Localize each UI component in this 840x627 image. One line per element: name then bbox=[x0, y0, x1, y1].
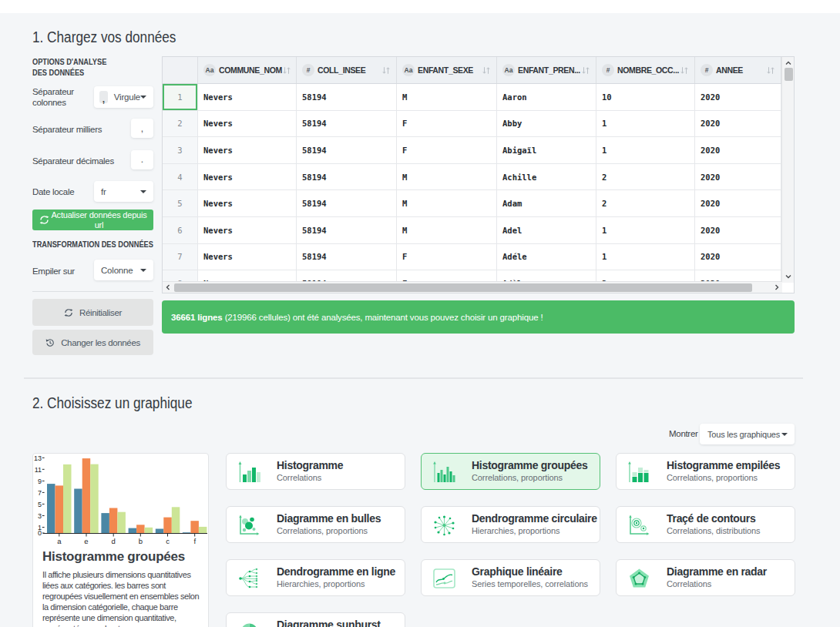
svg-text:9: 9 bbox=[38, 478, 42, 485]
column-header-COMMUNE_NOM[interactable]: Aa COMMUNE_NOM bbox=[198, 57, 297, 83]
table-cell[interactable]: F bbox=[397, 137, 497, 163]
svg-text:a: a bbox=[57, 537, 62, 545]
column-header-NOMBRE_OCC...[interactable]: # NOMBRE_OCC... bbox=[596, 57, 695, 83]
sort-icon[interactable] bbox=[581, 66, 590, 75]
chart-card-sunburst[interactable]: Diagramme sunburst bbox=[226, 612, 405, 627]
column-header-ENFANT_PREN...[interactable]: Aa ENFANT_PREN... bbox=[497, 57, 596, 83]
chevron-down-icon bbox=[140, 96, 146, 99]
table-cell[interactable]: 1 bbox=[596, 244, 695, 270]
table-cell[interactable]: M bbox=[397, 190, 497, 216]
table-cell[interactable]: 2020 bbox=[695, 217, 781, 243]
row-number-cell[interactable]: 3 bbox=[163, 137, 198, 163]
chart-card-bars[interactable]: Histogramme Correlations bbox=[226, 453, 405, 490]
preview-chart: 0135791113aedbcf bbox=[33, 454, 208, 545]
scroll-up-icon[interactable] bbox=[785, 60, 791, 66]
sort-icon[interactable] bbox=[680, 66, 689, 75]
table-cell[interactable]: Nevers bbox=[198, 164, 297, 190]
table-cell[interactable]: Achille bbox=[497, 164, 596, 190]
chart-card-radar[interactable]: Diagramme en radar Correlations bbox=[616, 559, 795, 596]
refresh-from-url-button[interactable]: Actualiser données depuis url bbox=[32, 210, 153, 230]
table-cell[interactable]: M bbox=[397, 164, 497, 190]
table-cell[interactable]: Nevers bbox=[198, 84, 297, 110]
scroll-right-icon[interactable] bbox=[774, 284, 780, 290]
table-cell[interactable]: Adam bbox=[497, 190, 596, 216]
table-cell[interactable]: Nevers bbox=[198, 111, 297, 137]
chart-card-subtitle: Correlations bbox=[277, 473, 321, 482]
chart-card-radial-tree[interactable]: Dendrogramme circulaire Hierarchies, pro… bbox=[421, 506, 600, 543]
table-cell[interactable]: Nevers bbox=[198, 137, 297, 163]
stack-select[interactable]: Colonne bbox=[94, 260, 153, 280]
sort-icon[interactable] bbox=[482, 66, 491, 75]
row-number-cell[interactable]: 4 bbox=[163, 164, 198, 190]
table-cell[interactable]: Abigaïl bbox=[497, 137, 596, 163]
line-chart-icon-svg bbox=[432, 567, 456, 590]
chart-filter-select[interactable]: Tous les graphiques bbox=[700, 424, 795, 444]
horizontal-scrollbar[interactable] bbox=[163, 281, 782, 293]
table-cell[interactable]: Adel bbox=[497, 217, 596, 243]
date-locale-select[interactable]: fr bbox=[94, 181, 153, 202]
sep-milliers-input[interactable] bbox=[131, 119, 153, 138]
chevron-down-icon bbox=[781, 433, 788, 436]
table-cell[interactable]: 58194 bbox=[297, 137, 397, 163]
radar-icon bbox=[627, 567, 651, 590]
table-cell[interactable]: F bbox=[397, 244, 497, 270]
row-number-cell[interactable]: 2 bbox=[163, 111, 198, 137]
chart-card-stacked-bars[interactable]: Histogramme empilées Correlations, propo… bbox=[616, 453, 795, 490]
table-cell[interactable]: 10 bbox=[596, 84, 695, 110]
table-cell[interactable]: 58194 bbox=[297, 84, 397, 110]
table-cell[interactable]: Nevers bbox=[198, 190, 297, 216]
table-cell[interactable]: 2020 bbox=[695, 84, 781, 110]
sep-decimales-input[interactable] bbox=[131, 150, 153, 169]
vertical-scrollbar[interactable] bbox=[781, 57, 794, 283]
column-header-ANNEE[interactable]: # ANNEE bbox=[695, 57, 781, 83]
chart-card-line-chart[interactable]: Graphique linéaire Series temporelles, c… bbox=[421, 559, 600, 596]
column-header-ENFANT_SEXE[interactable]: Aa ENFANT_SEXE bbox=[397, 57, 497, 83]
stacked-bars-icon-svg bbox=[627, 461, 651, 484]
horizontal-scroll-thumb[interactable] bbox=[174, 283, 752, 292]
row-number-cell[interactable]: 7 bbox=[163, 244, 198, 270]
radial-tree-icon bbox=[432, 514, 456, 537]
table-cell[interactable]: 1 bbox=[596, 111, 695, 137]
table-cell[interactable]: Adéle bbox=[497, 244, 596, 270]
scroll-left-icon[interactable] bbox=[165, 284, 171, 290]
table-cell[interactable]: 1 bbox=[596, 217, 695, 243]
table-cell[interactable]: 58194 bbox=[297, 190, 397, 216]
table-cell[interactable]: F bbox=[397, 111, 497, 137]
column-header-COLL_INSEE[interactable]: # COLL_INSEE bbox=[297, 57, 397, 83]
table-cell[interactable]: 2020 bbox=[695, 137, 781, 163]
table-cell[interactable]: M bbox=[397, 84, 497, 110]
table-cell[interactable]: 2020 bbox=[695, 190, 781, 216]
row-number-cell[interactable]: 1 bbox=[163, 84, 198, 110]
table-cell[interactable]: 2020 bbox=[695, 111, 781, 137]
scroll-down-icon[interactable] bbox=[785, 273, 791, 280]
sort-icon[interactable] bbox=[282, 66, 291, 75]
table-cell[interactable]: 58194 bbox=[297, 217, 397, 243]
row-number-cell[interactable]: 6 bbox=[163, 217, 198, 243]
chart-card-contours[interactable]: Traçé de contours Correlations, distribu… bbox=[616, 506, 795, 543]
table-cell[interactable]: Nevers bbox=[198, 217, 297, 243]
sort-icon[interactable] bbox=[381, 66, 391, 75]
table-cell[interactable]: M bbox=[397, 217, 497, 243]
chart-card-title: Histogramme empilées bbox=[667, 459, 780, 471]
table-cell[interactable]: 2 bbox=[596, 190, 695, 216]
table-cell[interactable]: Abby bbox=[497, 111, 596, 137]
table-cell[interactable]: 2020 bbox=[695, 244, 781, 270]
chart-card-line-tree[interactable]: Dendrogramme en ligne Hierarchies, propo… bbox=[226, 559, 405, 596]
column-name: ENFANT_PREN... bbox=[518, 65, 580, 75]
table-cell[interactable]: Aaron bbox=[497, 84, 596, 110]
chart-card-bubbles[interactable]: Diagramme en bulles Correlations, propor… bbox=[226, 506, 405, 543]
reset-button[interactable]: Réinitialiser bbox=[32, 299, 153, 326]
row-number-cell[interactable]: 5 bbox=[163, 190, 198, 216]
change-data-button[interactable]: Changer les données bbox=[32, 330, 153, 355]
sort-icon[interactable] bbox=[766, 66, 775, 75]
table-cell[interactable]: 2020 bbox=[695, 164, 781, 190]
table-cell[interactable]: 1 bbox=[596, 137, 695, 163]
table-cell[interactable]: 58194 bbox=[297, 244, 397, 270]
table-cell[interactable]: 2 bbox=[596, 164, 695, 190]
table-cell[interactable]: 58194 bbox=[297, 164, 397, 190]
chart-card-grouped-bars[interactable]: Histogramme groupées Correlations, propo… bbox=[421, 453, 600, 490]
table-cell[interactable]: 58194 bbox=[297, 111, 397, 137]
table-cell[interactable]: Nevers bbox=[198, 244, 297, 270]
sep-colonnes-select[interactable]: , Virgule bbox=[94, 86, 153, 108]
vertical-scroll-thumb[interactable] bbox=[785, 68, 793, 81]
